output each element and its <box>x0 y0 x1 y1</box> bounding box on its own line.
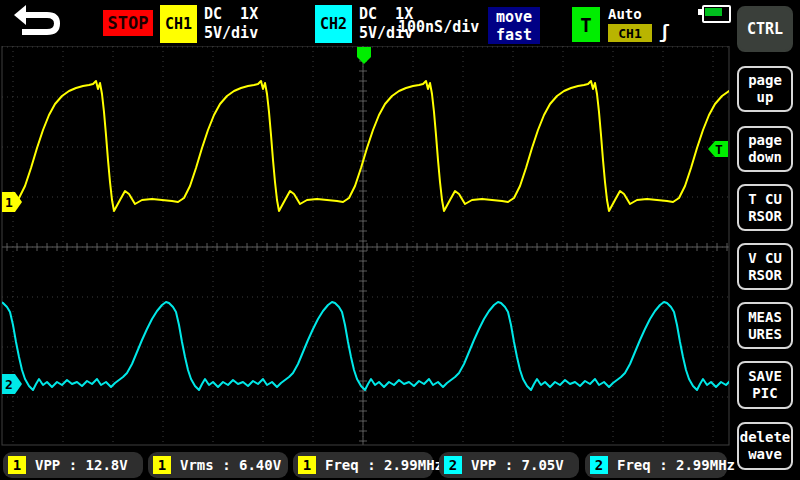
ch1-measure-badge: 1 <box>8 456 26 474</box>
trigger-badge[interactable]: T <box>572 7 600 42</box>
back-icon[interactable] <box>14 4 62 38</box>
sidebar-button-t-cursor[interactable]: T CU RSOR <box>737 184 793 231</box>
measurement-text: Freq : 2.99MHz <box>325 457 443 473</box>
measurement-text: VPP : 7.05V <box>471 457 564 473</box>
sidebar-button-ctrl[interactable]: CTRL <box>737 6 793 52</box>
measurement-text: Freq : 2.99MHz <box>617 457 735 473</box>
ch2-measure-badge: 2 <box>590 456 608 474</box>
ch2-trace <box>0 302 800 390</box>
measurement-vrms-ch1: 1 Vrms : 6.40V <box>148 452 288 478</box>
oscilloscope-screen: 12T STOP CH1 DC 1X 5V/div CH2 DC 1X 5V/d… <box>0 0 800 480</box>
trigger-source-badge[interactable]: CH1 <box>608 24 652 42</box>
sidebar-button-page-down[interactable]: page down <box>737 126 793 172</box>
measurement-text: VPP : 12.8V <box>35 457 128 473</box>
ch2-measure-badge: 2 <box>444 456 462 474</box>
ch2-badge[interactable]: CH2 <box>315 5 352 43</box>
trigger-mode: Auto <box>608 6 642 22</box>
run-stop-indicator[interactable]: STOP <box>103 10 153 36</box>
graticule <box>2 46 729 445</box>
sidebar-button-delete-wave[interactable]: delete wave <box>737 422 793 470</box>
measurement-bar: 1 VPP : 12.8V 1 Vrms : 6.40V 1 Freq : 2.… <box>0 448 734 480</box>
sidebar-button-v-cursor[interactable]: V CU RSOR <box>737 243 793 290</box>
ch1-measure-badge: 1 <box>298 456 316 474</box>
sidebar-button-save-pic[interactable]: SAVE PIC <box>737 361 793 409</box>
ch2-marker-label: 2 <box>5 377 13 392</box>
ch1-trace <box>0 81 774 211</box>
ch1-marker-label: 1 <box>5 195 13 210</box>
ch1-settings: DC 1X 5V/div <box>204 5 258 43</box>
measurement-vpp-ch1: 1 VPP : 12.8V <box>3 452 143 478</box>
battery-fill <box>705 8 722 16</box>
waveform-display: 12T <box>0 0 800 480</box>
top-toolbar: STOP CH1 DC 1X 5V/div CH2 DC 1X 5V/div 1… <box>0 0 800 46</box>
trigger-edge-icon: ʃ <box>659 21 670 42</box>
battery-icon <box>702 5 731 23</box>
move-mode-button[interactable]: move fast <box>488 7 540 44</box>
ch1-badge[interactable]: CH1 <box>160 5 197 43</box>
measurement-freq-ch2: 2 Freq : 2.99MHz <box>585 452 727 478</box>
ch1-measure-badge: 1 <box>153 456 171 474</box>
timebase-setting[interactable]: 100nS/div <box>398 18 479 36</box>
sidebar-button-measures[interactable]: MEAS URES <box>737 302 793 349</box>
sidebar-button-page-up[interactable]: page up <box>737 66 793 112</box>
measurement-text: Vrms : 6.40V <box>180 457 281 473</box>
trigger-level-label: T <box>715 142 723 157</box>
measurement-freq-ch1: 1 Freq : 2.99MHz <box>293 452 433 478</box>
measurement-vpp-ch2: 2 VPP : 7.05V <box>439 452 579 478</box>
